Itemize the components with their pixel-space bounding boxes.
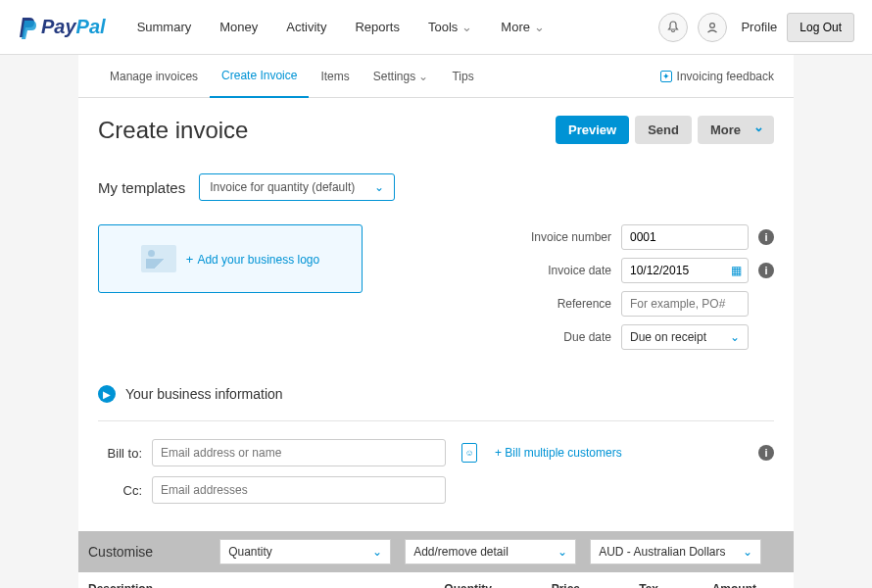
add-logo-box[interactable]: +Add your business logo [98,224,363,293]
col-tax: Tax [580,582,658,588]
col-amount: Amount [658,582,756,588]
templates-label: My templates [98,179,185,196]
profile-label[interactable]: Profile [741,20,777,34]
billto-input[interactable] [161,446,437,460]
paypal-logo[interactable]: PayPal [18,16,106,39]
invoice-date-input[interactable] [630,264,722,277]
customise-label: Customise [88,544,153,560]
profile-icon[interactable] [698,13,727,42]
plus-icon: + [186,252,194,267]
more-button[interactable]: More [698,116,774,144]
col-quantity: Quantity [423,582,492,588]
nav-activity[interactable]: Activity [274,12,338,42]
image-placeholder-icon [141,245,176,272]
subnav-manage-invoices[interactable]: Manage invoices [98,56,210,97]
nav-tools[interactable]: Tools⌄ [416,12,484,42]
due-date-label: Due date [504,330,611,344]
chevron-down-icon: ⌄ [461,20,472,34]
invoice-number-label: Invoice number [504,230,611,244]
brand-text: PayPal [41,16,106,38]
paypal-p-icon [18,16,39,39]
template-select[interactable]: Invoice for quantity (default) [199,173,395,201]
calendar-icon[interactable]: ▦ [731,264,742,277]
info-icon[interactable]: i [758,263,774,278]
col-description: Description [88,582,423,588]
subnav-create-invoice[interactable]: Create Invoice [210,55,309,98]
subnav-items[interactable]: Items [309,56,361,97]
svg-point-0 [710,23,715,27]
due-date-select[interactable]: Due on receipt [621,324,749,350]
invoicing-feedback[interactable]: ✦Invoicing feedback [660,70,774,83]
reference-label: Reference [504,297,611,311]
chevron-right-icon: ▶ [98,385,116,403]
info-icon[interactable]: i [758,229,774,245]
page-title: Create invoice [98,117,556,144]
billto-label: Bill to: [98,446,142,461]
send-button[interactable]: Send [635,116,692,144]
logout-button[interactable]: Log Out [787,13,854,42]
nav-reports[interactable]: Reports [343,12,412,42]
nav-money[interactable]: Money [208,12,269,42]
feedback-icon: ✦ [660,71,672,82]
nav-summary[interactable]: Summary [125,12,204,42]
reference-input[interactable] [630,297,740,311]
bill-multiple-link[interactable]: + Bill multiple customers [495,446,622,460]
chevron-down-icon: ⌄ [418,70,428,83]
currency-select[interactable]: AUD - Australian Dollars [590,539,761,564]
cc-label: Cc: [98,483,142,498]
quantity-select[interactable]: Quantity [219,539,391,564]
chevron-down-icon: ⌄ [534,20,545,34]
subnav-settings[interactable]: Settings ⌄ [362,56,441,97]
cc-input[interactable] [161,483,437,497]
preview-button[interactable]: Preview [556,116,629,144]
bell-icon[interactable] [658,13,688,42]
contact-card-icon[interactable]: ☺ [461,443,477,463]
info-icon[interactable]: i [758,445,774,461]
subnav-tips[interactable]: Tips [440,56,485,97]
invoice-number-input[interactable] [630,230,740,244]
business-info-toggle[interactable]: ▶ Your business information [98,385,774,403]
col-price: Price [492,582,580,588]
invoice-date-label: Invoice date [504,264,611,277]
detail-select[interactable]: Add/remove detail [405,539,576,564]
nav-more[interactable]: More⌄ [489,12,557,42]
